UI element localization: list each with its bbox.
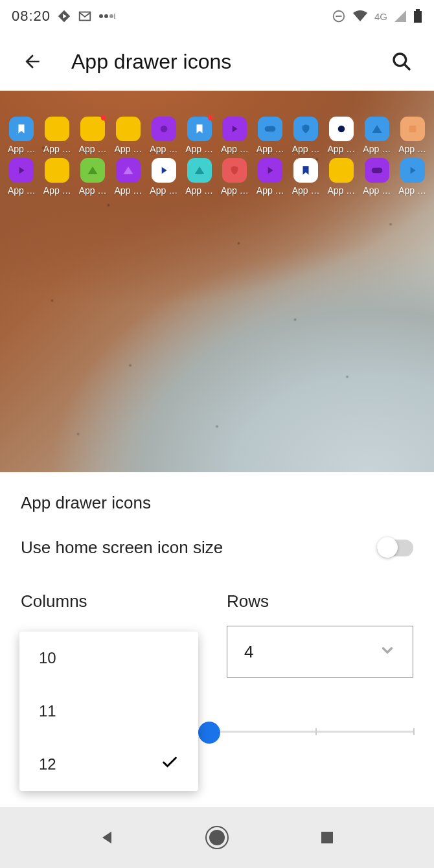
icon-size-toggle[interactable] xyxy=(377,540,413,556)
app-label: App … xyxy=(397,144,428,154)
battery-icon xyxy=(413,9,422,23)
search-button[interactable] xyxy=(389,49,415,74)
nav-back-button[interactable] xyxy=(87,818,126,857)
app-icon-cell: App … xyxy=(4,117,40,154)
nav-home-button[interactable] xyxy=(198,818,236,857)
app-bar: App drawer icons xyxy=(0,32,434,91)
svg-rect-16 xyxy=(409,126,416,133)
app-label: App … xyxy=(326,144,357,154)
section-title: App drawer icons xyxy=(21,493,413,513)
app-icon xyxy=(293,158,318,183)
app-icon-cell: App … xyxy=(253,158,288,196)
switch-thumb xyxy=(377,537,398,558)
app-label: App … xyxy=(184,144,215,154)
status-bar: 08:20 4G xyxy=(0,0,434,32)
app-label: App … xyxy=(397,185,428,196)
svg-point-12 xyxy=(124,125,132,133)
toggle-label: Use home screen icon size xyxy=(21,538,223,558)
page-title: App drawer icons xyxy=(71,50,363,74)
app-icon xyxy=(365,158,389,183)
app-label: App … xyxy=(361,144,393,154)
app-label: App … xyxy=(255,185,286,196)
svg-point-18 xyxy=(337,166,345,174)
app-icon xyxy=(222,158,247,183)
columns-dropdown[interactable]: 101112 xyxy=(19,632,198,791)
chevron-down-icon xyxy=(379,642,396,661)
svg-rect-22 xyxy=(321,832,333,843)
app-icon xyxy=(258,158,282,183)
app-icon-cell: App … xyxy=(217,117,253,154)
app-label: App … xyxy=(113,144,144,154)
navigation-bar xyxy=(0,807,434,868)
columns-option[interactable]: 10 xyxy=(19,632,198,685)
app-label: App … xyxy=(77,185,108,196)
app-icon xyxy=(9,158,34,183)
dnd-icon xyxy=(332,9,346,23)
app-icon-cell: App … xyxy=(253,117,288,154)
app-icon xyxy=(400,117,425,141)
notification-badge xyxy=(101,115,106,120)
app-icon-cell: App … xyxy=(288,117,324,154)
app-icon xyxy=(258,117,282,141)
columns-option[interactable]: 12 xyxy=(19,738,198,791)
app-label: App … xyxy=(6,185,37,196)
app-icon xyxy=(187,158,212,183)
svg-rect-8 xyxy=(416,9,420,11)
diamond-icon xyxy=(57,9,71,23)
network-label: 4G xyxy=(374,11,387,22)
app-label: App … xyxy=(148,144,179,154)
option-value: 10 xyxy=(39,649,56,667)
app-label: App … xyxy=(219,144,250,154)
app-icon-cell: App … xyxy=(288,158,324,196)
svg-point-21 xyxy=(209,830,225,845)
app-label: App … xyxy=(290,144,321,154)
notification-badge xyxy=(208,115,213,120)
app-icon-cell: App … xyxy=(146,158,181,196)
app-icon-cell: App … xyxy=(359,117,394,154)
app-label: App … xyxy=(113,185,144,196)
app-icon xyxy=(152,117,176,141)
app-icon xyxy=(152,158,176,183)
svg-point-3 xyxy=(109,14,113,18)
app-label: App … xyxy=(290,185,321,196)
svg-rect-4 xyxy=(114,14,115,19)
app-label: App … xyxy=(361,185,393,196)
svg-rect-19 xyxy=(371,168,382,173)
svg-point-2 xyxy=(104,14,108,18)
app-icon-cell: App … xyxy=(394,158,430,196)
app-icon-cell: App … xyxy=(75,117,111,154)
columns-option[interactable]: 11 xyxy=(19,685,198,738)
signal-icon xyxy=(394,10,407,23)
option-value: 12 xyxy=(39,755,56,773)
app-icon xyxy=(187,117,212,141)
app-icon xyxy=(329,117,354,141)
svg-point-1 xyxy=(99,14,103,18)
svg-point-13 xyxy=(160,126,167,133)
app-icon-cell: App … xyxy=(40,117,75,154)
app-icon-cell: App … xyxy=(75,158,111,196)
app-label: App … xyxy=(255,144,286,154)
more-icon xyxy=(98,13,115,19)
app-label: App … xyxy=(184,185,215,196)
svg-line-10 xyxy=(404,64,409,69)
mail-icon xyxy=(78,9,92,23)
columns-label: Columns xyxy=(21,591,207,611)
app-icon xyxy=(293,117,318,141)
app-icon-cell: App … xyxy=(323,117,359,154)
slider-tick xyxy=(315,728,317,735)
slider-thumb[interactable] xyxy=(198,722,220,744)
rows-select[interactable]: 4 xyxy=(227,626,413,678)
app-icon-cell: App … xyxy=(146,117,181,154)
app-icon-cell: App … xyxy=(4,158,40,196)
option-value: 11 xyxy=(39,702,56,720)
app-label: App … xyxy=(219,185,250,196)
back-button[interactable] xyxy=(19,49,45,74)
preview-area: App …App …App …App …App …App …App …App …… xyxy=(0,91,434,472)
app-icon xyxy=(116,158,141,183)
app-icon-cell: App … xyxy=(181,158,217,196)
svg-point-17 xyxy=(53,166,61,174)
nav-recents-button[interactable] xyxy=(308,818,347,857)
app-icon xyxy=(222,117,247,141)
app-icon xyxy=(329,158,354,183)
svg-point-15 xyxy=(338,126,345,133)
